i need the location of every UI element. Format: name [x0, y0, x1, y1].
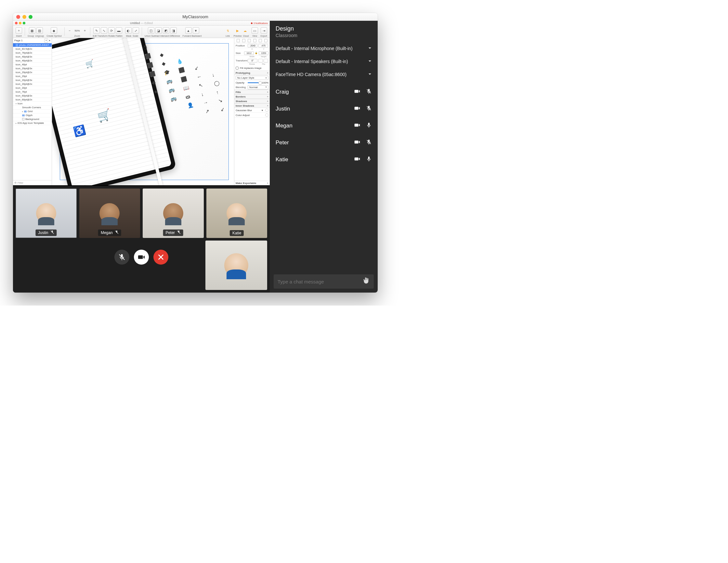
export-button[interactable]: ⇥ [261, 27, 267, 34]
microphone-select[interactable]: Default - Internal Microphone (Built-in) [270, 42, 378, 55]
flatten-button[interactable]: ▬ [116, 27, 122, 34]
participant-row[interactable]: Katie [270, 151, 378, 168]
layer-item[interactable]: icon_83.5@2x [13, 47, 52, 51]
flip-h-button[interactable] [258, 59, 263, 62]
participant-row[interactable]: Peter [270, 134, 378, 151]
speaker-select[interactable]: Default - Internal Speakers (Built-in) [270, 55, 378, 68]
width-input[interactable] [244, 51, 254, 55]
layer-style-select[interactable]: No Layer Style [236, 76, 268, 80]
filter-input[interactable]: Filter [13, 180, 52, 185]
video-tile[interactable]: Katie [206, 189, 267, 238]
color-adjust-toggle[interactable] [265, 113, 268, 117]
forward-button[interactable]: ▲ [185, 27, 192, 34]
layer-item[interactable]: icon_40pt [13, 63, 52, 67]
add-shadow-button[interactable]: + [267, 100, 268, 103]
page-selector[interactable]: Page 1+ [13, 38, 52, 43]
rotate-input[interactable] [248, 59, 257, 62]
fill-replaces-checkbox[interactable] [236, 67, 239, 70]
create-symbol-button[interactable]: ◆ [51, 27, 57, 34]
zoom-window-button[interactable] [29, 15, 33, 19]
participant-camera-button[interactable] [354, 156, 360, 164]
video-tile[interactable]: Megan [79, 189, 140, 238]
add-export-button[interactable]: + [267, 182, 268, 185]
height-input[interactable] [259, 51, 268, 55]
layer-item[interactable]: ▸iOS App Icon Template [13, 121, 52, 125]
participant-mic-button[interactable] [366, 139, 372, 147]
scale-button[interactable]: ⤢ [133, 27, 139, 34]
participant-mic-button[interactable] [366, 88, 372, 96]
layer-item[interactable]: icon_76pt [13, 90, 52, 94]
link-button[interactable]: ↯ [225, 27, 231, 34]
add-fill-button[interactable]: + [267, 91, 268, 94]
layer-item[interactable]: icon_29pt [13, 74, 52, 78]
canvas[interactable]: 🛒 🛒 ♿ ⏱⬛⬛⬛✚★ ◆◆🎓🚌🚌🚌 💧⬛⬛📖🎟👤 ↙←↖↓→↗ ↓◯↑↘↙ [52, 38, 234, 185]
view-button[interactable]: ▭ [252, 27, 258, 34]
opacity-slider[interactable] [248, 82, 261, 83]
layer-item[interactable]: icon_60pt@3x [13, 94, 52, 98]
close-window-button[interactable] [16, 15, 20, 19]
video-tile[interactable]: Justin [16, 189, 77, 238]
chat-input[interactable] [278, 279, 363, 284]
ungroup-button[interactable]: ▨ [36, 27, 43, 34]
participant-row[interactable]: Craig [270, 84, 378, 100]
participant-row[interactable]: Justin [270, 100, 378, 117]
flip-v-button[interactable] [264, 59, 268, 62]
participant-row[interactable]: Megan [270, 117, 378, 134]
layer-item[interactable]: ▾Icon [13, 102, 52, 106]
difference-button[interactable]: ◨ [170, 27, 177, 34]
add-inner-shadow-button[interactable]: + [267, 104, 268, 107]
zoom-in-button[interactable]: ＋ [82, 27, 87, 34]
layer-item[interactable]: icon_40pt@3x [13, 55, 52, 59]
participant-camera-button[interactable] [354, 105, 360, 113]
layer-item[interactable]: icon_20pt [13, 86, 52, 90]
make-exportable[interactable]: Make Exportable [236, 182, 256, 185]
group-button[interactable]: ▦ [29, 27, 35, 34]
layer-item[interactable]: icon_40pt@2x [13, 59, 52, 63]
layer-item[interactable]: Smooth Corners [13, 106, 52, 110]
add-border-button[interactable]: + [267, 95, 268, 98]
backward-button[interactable]: ▼ [193, 27, 199, 34]
raise-hand-button[interactable] [363, 277, 370, 286]
participant-camera-button[interactable] [354, 88, 360, 96]
pos-y-input[interactable] [258, 44, 268, 47]
layer-item[interactable]: icon_20pt@3x [13, 78, 52, 82]
preview-button[interactable]: ▶ [234, 27, 241, 34]
intersect-button[interactable]: ◩ [163, 27, 169, 34]
selected-image[interactable]: 🛒 🛒 ♿ ⏱⬛⬛⬛✚★ ◆◆🎓🚌🚌🚌 💧⬛⬛📖🎟👤 ↙←↖↓→↗ ↓◯↑↘↙ [60, 43, 229, 180]
union-button[interactable]: ◫ [148, 27, 154, 34]
layer-item[interactable]: icon_60pt@2x [13, 98, 52, 102]
layer-item[interactable]: icon_76pt@2x [13, 51, 52, 55]
minimize-window-button[interactable] [22, 15, 26, 19]
insert-button[interactable]: ＋ [16, 27, 22, 34]
participant-camera-button[interactable] [354, 139, 360, 147]
participant-camera-button[interactable] [354, 122, 360, 130]
layer-item[interactable]: icon_29pt@3x [13, 67, 52, 71]
mute-button[interactable] [114, 250, 129, 265]
camera-select[interactable]: FaceTime HD Camera (05ac:8600) [270, 68, 378, 81]
layer-item[interactable]: photo-1545065695-64b67... [13, 43, 52, 47]
mask-button[interactable]: ◐ [125, 27, 132, 34]
gaussian-toggle[interactable] [265, 109, 268, 112]
subtract-button[interactable]: ◪ [155, 27, 162, 34]
add-page-button[interactable]: + [44, 39, 48, 43]
participant-mic-button[interactable] [366, 105, 372, 113]
layer-item[interactable]: icon_29pt@2x [13, 71, 52, 74]
layer-item[interactable]: ▸Grid [13, 110, 52, 113]
end-call-button[interactable] [153, 250, 168, 265]
layer-item[interactable]: Background [13, 117, 52, 121]
layer-item[interactable]: Glyph [13, 113, 52, 117]
zoom-out-button[interactable]: − [67, 27, 72, 34]
self-video-tile[interactable] [205, 241, 267, 290]
blending-select[interactable]: Normal [248, 85, 268, 89]
notifications-badge[interactable]: 3 Notifications [251, 22, 268, 24]
pos-x-input[interactable] [248, 44, 257, 47]
participant-mic-button[interactable] [366, 156, 372, 164]
participant-mic-button[interactable] [366, 122, 372, 130]
transform-button[interactable]: ⤡ [101, 27, 107, 34]
add-prototyping-button[interactable]: + [267, 72, 268, 74]
layer-item[interactable]: icon_20pt@2x [13, 82, 52, 86]
cloud-button[interactable]: ☁ [242, 27, 248, 34]
rotate-button[interactable]: ⟳ [108, 27, 115, 34]
align-controls[interactable] [234, 38, 270, 43]
camera-button[interactable] [134, 250, 149, 265]
